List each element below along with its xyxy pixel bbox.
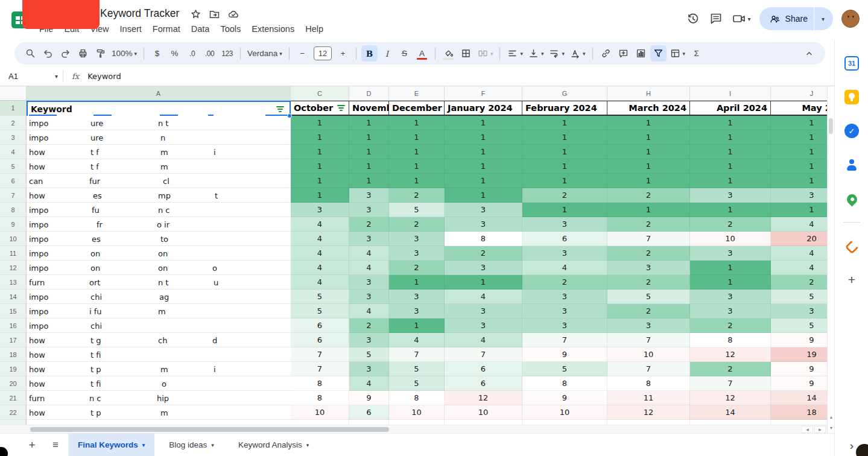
create-filter-button[interactable] — [650, 45, 667, 62]
paint-format-button[interactable] — [92, 45, 109, 62]
grid-corner[interactable] — [0, 86, 27, 101]
value-cell[interactable]: 10 — [690, 232, 771, 246]
value-cell[interactable]: 3 — [389, 304, 445, 318]
row-header-5[interactable]: 5 — [0, 159, 27, 174]
month-header-4[interactable]: January 2024 — [445, 101, 522, 116]
filter-icon[interactable] — [275, 106, 285, 112]
text-rotation-button[interactable]: ▾ — [568, 45, 588, 62]
value-cell[interactable]: 4 — [522, 261, 607, 275]
value-cell[interactable]: 20 — [771, 232, 827, 246]
row-header-4[interactable]: 4 — [0, 145, 27, 159]
value-cell[interactable]: 10 — [607, 347, 690, 362]
text-color-button[interactable]: A — [414, 45, 430, 62]
value-cell[interactable]: 4 — [349, 246, 389, 261]
value-cell[interactable]: 2 — [690, 362, 771, 376]
vertical-scrollbar-thumb[interactable] — [829, 118, 833, 134]
value-cell[interactable]: 1 — [349, 116, 389, 130]
keyword-cell[interactable]: impofro ir — [27, 217, 291, 232]
keyword-cell[interactable]: furnn chip — [27, 391, 291, 405]
value-cell[interactable]: 3 — [445, 217, 522, 232]
contacts-panel-button[interactable] — [835, 154, 868, 175]
value-cell[interactable]: 1 — [445, 275, 522, 290]
value-cell[interactable]: 3 — [607, 261, 690, 275]
value-cell[interactable]: 3 — [389, 232, 445, 246]
row-header-15[interactable]: 15 — [0, 304, 27, 318]
value-cell[interactable]: 8 — [522, 376, 607, 391]
value-cell[interactable]: 4 — [349, 261, 389, 275]
menu-help[interactable]: Help — [300, 23, 329, 35]
value-cell[interactable]: 1 — [349, 174, 389, 188]
value-cell[interactable]: 4 — [291, 275, 349, 290]
value-cell[interactable]: 5 — [389, 376, 445, 391]
column-header-j[interactable]: J — [771, 86, 827, 101]
row-header-8[interactable]: 8 — [0, 203, 27, 217]
row-header-1[interactable]: 1 — [0, 101, 27, 116]
font-size-button[interactable]: 12 — [312, 45, 334, 62]
row-header-21[interactable]: 21 — [0, 391, 27, 405]
value-cell[interactable]: 1 — [771, 145, 827, 159]
value-cell[interactable]: 3 — [690, 304, 771, 318]
print-button[interactable] — [75, 45, 91, 62]
formula-content[interactable]: Keyword — [87, 72, 121, 81]
value-cell[interactable]: 19 — [771, 347, 827, 362]
menu-tools[interactable]: Tools — [215, 23, 246, 35]
functions-button[interactable]: Σ — [688, 45, 705, 62]
increase-decimal-button[interactable]: .00 — [201, 45, 218, 62]
tasks-panel-button[interactable]: ✓ — [835, 121, 868, 141]
row-header-22[interactable]: 22 — [0, 405, 27, 420]
filter-icon[interactable] — [337, 105, 346, 111]
keyword-cell[interactable]: howt fio — [27, 376, 291, 391]
value-cell[interactable]: 2 — [389, 188, 445, 203]
value-cell[interactable]: 9 — [771, 362, 827, 376]
value-cell[interactable]: 1 — [607, 145, 690, 159]
insert-comment-button[interactable] — [615, 45, 632, 62]
value-cell[interactable]: 2 — [607, 275, 690, 290]
keep-panel-button[interactable] — [835, 87, 868, 107]
get-addons-panel-button[interactable]: + — [835, 270, 868, 290]
add-sheet-button[interactable]: + — [24, 439, 40, 452]
value-cell[interactable]: 3 — [389, 246, 445, 261]
value-cell[interactable]: 10 — [445, 405, 522, 420]
value-cell[interactable]: 1 — [389, 159, 445, 174]
value-cell[interactable]: 1 — [291, 116, 349, 130]
keyword-cell[interactable]: canfurcl — [27, 174, 291, 188]
value-cell[interactable]: 3 — [445, 203, 522, 217]
column-header-g[interactable]: G — [522, 86, 607, 101]
value-cell[interactable]: 4 — [349, 304, 389, 318]
value-cell[interactable]: 3 — [445, 318, 522, 333]
row-header-13[interactable]: 13 — [0, 275, 27, 290]
value-cell[interactable]: 6 — [291, 333, 349, 347]
value-cell[interactable]: 14 — [771, 391, 827, 405]
strikethrough-button[interactable]: S — [396, 45, 413, 62]
row-header-19[interactable]: 19 — [0, 362, 27, 376]
value-cell[interactable]: 8 — [389, 391, 445, 405]
value-cell[interactable]: 3 — [349, 362, 389, 376]
value-cell[interactable]: 1 — [291, 145, 349, 159]
value-cell[interactable]: 9 — [349, 391, 389, 405]
value-cell[interactable]: 4 — [291, 261, 349, 275]
keyword-cell[interactable]: impoonono — [27, 261, 291, 275]
value-cell[interactable]: 6 — [445, 376, 522, 391]
column-header-d[interactable]: D — [349, 86, 389, 101]
value-cell[interactable]: 1 — [445, 159, 522, 174]
value-cell[interactable]: 1 — [690, 275, 771, 290]
value-cell[interactable]: 3 — [349, 275, 389, 290]
value-cell[interactable]: 2 — [389, 217, 445, 232]
cell-a1-keyword[interactable]: Keyword — [27, 101, 291, 116]
column-header-h[interactable]: H — [607, 86, 690, 101]
value-cell[interactable]: 5 — [291, 290, 349, 304]
value-cell[interactable]: 3 — [522, 290, 607, 304]
value-cell[interactable]: 3 — [690, 290, 771, 304]
value-cell[interactable]: 4 — [349, 376, 389, 391]
value-cell[interactable]: 1 — [690, 130, 771, 145]
value-cell[interactable]: 7 — [690, 376, 771, 391]
keyword-cell[interactable]: impoi fum — [27, 304, 291, 318]
value-cell[interactable]: 1 — [522, 116, 607, 130]
sheet-tab-caret[interactable]: ▾ — [211, 442, 214, 448]
value-cell[interactable]: 1 — [291, 174, 349, 188]
account-avatar[interactable] — [841, 10, 860, 28]
keyword-cell[interactable]: impouren — [27, 130, 291, 145]
addon-panel-button[interactable] — [835, 236, 868, 256]
value-cell[interactable]: 1 — [445, 116, 522, 130]
value-cell[interactable]: 1 — [389, 145, 445, 159]
